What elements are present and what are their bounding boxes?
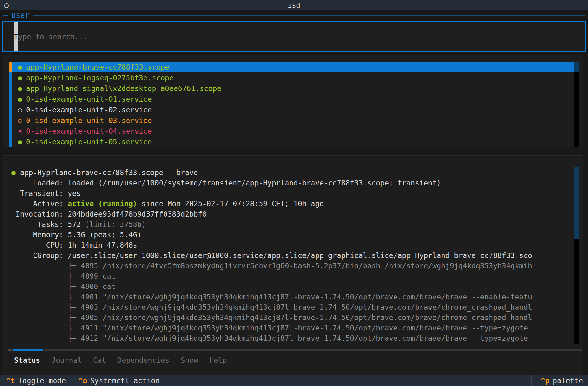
status-field-label: CPU:	[11, 240, 63, 250]
unit-name: 0-isd-example-unit-03.service	[26, 116, 152, 125]
unit-list-scrollbar-thumb[interactable]	[574, 62, 579, 72]
panel-mode-label: user	[8, 11, 33, 20]
status-field-value: 5.3G (peak: 5.4G)	[68, 231, 141, 239]
status-field-line: Transient:yes	[11, 188, 574, 199]
status-field-line: Active:active (running) since Mon 2025-0…	[11, 199, 574, 209]
status-field-label: Active:	[11, 199, 63, 209]
unit-list: ● app-Hyprland-brave-cc788f33.scope ● ap…	[9, 62, 579, 147]
unit-state-icon: ×	[17, 127, 23, 135]
cgroup-process-line: ├─ 4912 "/nix/store/wghj9jq4kdq353yh34qk…	[11, 333, 574, 344]
unit-row-marker-bar	[9, 137, 12, 147]
unit-row-marker-bar	[9, 62, 12, 72]
status-field-value-part: 1h 14min 47.848s	[68, 241, 137, 249]
cgroup-process-line: ├─ 4900 cat	[11, 281, 574, 292]
unit-list-item[interactable]: ● app-Hyprland-brave-cc788f33.scope	[9, 62, 574, 72]
status-field-value-part: 204bddee95df478b9d37ff0383d2bbf0	[68, 210, 207, 218]
footer-keybind[interactable]: ^p palette	[541, 375, 583, 386]
unit-row-body: ● 0-isd-example-unit-01.service	[12, 94, 574, 105]
tab-show[interactable]: Show	[181, 355, 198, 366]
search-input[interactable]: Type to search...	[2, 21, 586, 52]
unit-state-icon: ○	[17, 106, 23, 114]
unit-name: app-Hyprland-signal\x2ddesktop-a0ee6761.…	[26, 84, 221, 93]
unit-state-icon: ●	[17, 74, 23, 82]
cgroup-process-line: ├─ 4901 "/nix/store/wghj9jq4kdq353yh34qk…	[11, 292, 574, 302]
tab-help[interactable]: Help	[209, 355, 227, 366]
unit-row-marker-bar	[9, 126, 12, 137]
title-bar: ○ isd	[0, 0, 588, 10]
status-field-line: CPU:1h 14min 47.848s	[11, 240, 574, 250]
status-field-value-part: /user.slice/user-1000.slice/user@1000.se…	[68, 251, 532, 260]
status-scrollbar-thumb[interactable]	[574, 167, 579, 239]
status-field-value-part: loaded (/run/user/1000/systemd/transient…	[68, 179, 441, 187]
status-field-value-part: 572	[68, 220, 85, 228]
status-field-value-part: yes	[68, 189, 81, 197]
unit-row-body: ● app-Hyprland-signal\x2ddesktop-a0ee676…	[12, 83, 574, 94]
unit-panel-header: user	[0, 10, 588, 20]
unit-state-icon: ●	[17, 63, 23, 71]
unit-list-item[interactable]: × 0-isd-example-unit-04.service	[9, 126, 574, 137]
unit-row-body: × 0-isd-example-unit-04.service	[12, 126, 574, 137]
status-output: ● app-Hyprland-brave-cc788f33.scope — br…	[11, 168, 574, 344]
unit-row-marker-bar	[9, 115, 12, 126]
status-field-value: 204bddee95df478b9d37ff0383d2bbf0	[68, 210, 207, 218]
tab-dependencies[interactable]: Dependencies	[118, 355, 170, 366]
unit-list-item[interactable]: ○ 0-isd-example-unit-02.service	[9, 105, 574, 115]
unit-row-body: ○ 0-isd-example-unit-03.service	[12, 115, 574, 126]
status-field-value-part: 5.3G (peak: 5.4G)	[68, 231, 141, 239]
keybind-key: ^o	[78, 375, 87, 386]
status-unit-title-line: ● app-Hyprland-brave-cc788f33.scope — br…	[11, 168, 574, 178]
panel-border-rule	[33, 15, 585, 16]
status-field-value-part: active (running)	[68, 200, 137, 208]
tab-cat[interactable]: Cat	[93, 355, 106, 366]
search-placeholder-text: ype to search...	[18, 33, 88, 41]
footer-keybind[interactable]: ^o Systemctl action	[78, 375, 160, 386]
status-field-value: /user.slice/user-1000.slice/user@1000.se…	[68, 251, 532, 260]
isd-app: { "window": { "title": "isd", "icon": "○…	[0, 0, 588, 386]
status-field-line: CGroup:/user.slice/user-1000.slice/user@…	[11, 250, 574, 261]
unit-list-item[interactable]: ● app-Hyprland-signal\x2ddesktop-a0ee676…	[9, 83, 574, 94]
unit-row-marker-bar	[9, 94, 12, 105]
unit-list-scrollbar[interactable]	[574, 62, 579, 147]
status-field-value: loaded (/run/user/1000/systemd/transient…	[68, 179, 441, 187]
unit-state-icon: ●	[17, 138, 23, 146]
footer-keybind[interactable]: ^t Toggle mode	[6, 375, 66, 386]
unit-list-item[interactable]: ● 0-isd-example-unit-05.service	[9, 137, 574, 147]
unit-list-item[interactable]: ○ 0-isd-example-unit-03.service	[9, 115, 574, 126]
tab-journal[interactable]: Journal	[51, 355, 82, 366]
status-field-label: CGroup:	[11, 250, 63, 261]
keybind-key: ^t	[6, 375, 15, 386]
status-field-label: Tasks:	[11, 219, 63, 230]
unit-row-marker-bar	[9, 105, 12, 115]
cgroup-process-line: ├─ 4911 "/nix/store/wghj9jq4kdq353yh34qk…	[11, 323, 574, 333]
status-field-label: Transient:	[11, 188, 63, 199]
unit-row-marker-bar	[9, 83, 12, 94]
unit-name: 0-isd-example-unit-02.service	[26, 106, 152, 114]
cgroup-process-line: ├─ 4905 /nix/store/wghj9jq4kdq353yh34qkm…	[11, 313, 574, 323]
status-field-value-part: (limit: 37586)	[85, 220, 146, 228]
status-field-label: Loaded:	[11, 178, 63, 188]
unit-row-marker-bar	[9, 72, 12, 83]
unit-name: 0-isd-example-unit-05.service	[26, 138, 152, 146]
cgroup-tree: ├─ 4895 /nix/store/4fvc5fm8bszmkydng1ivr…	[11, 261, 574, 344]
status-field-value-part: since Mon 2025-02-17 07:28:59 CET; 10h a…	[137, 200, 324, 208]
status-scrollbar[interactable]	[574, 167, 579, 344]
status-field-value: 1h 14min 47.848s	[68, 241, 137, 249]
status-field-value: active (running) since Mon 2025-02-17 07…	[68, 200, 324, 208]
footer-bar: ^t Toggle mode ^o Systemctl action ^p pa…	[0, 375, 588, 386]
keybind-label: palette	[553, 375, 583, 386]
unit-row-body: ● app-Hyprland-brave-cc788f33.scope	[12, 62, 574, 72]
status-field-line: Invocation:204bddee95df478b9d37ff0383d2b…	[11, 209, 574, 219]
keybind-key: ^p	[541, 375, 549, 386]
unit-state-icon: ●	[17, 85, 23, 92]
unit-list-item[interactable]: ● app-Hyprland-logseq-0275bf3e.scope	[9, 72, 574, 83]
panel-border-dash	[3, 15, 8, 16]
tab-status[interactable]: Status	[14, 355, 40, 366]
text-cursor: T	[14, 22, 18, 51]
cgroup-process-line: ├─ 4895 /nix/store/4fvc5fm8bszmkydng1ivr…	[11, 261, 574, 271]
unit-list-item[interactable]: ● 0-isd-example-unit-01.service	[9, 94, 574, 105]
unit-name: 0-isd-example-unit-04.service	[26, 127, 152, 135]
footer-separator	[531, 375, 532, 386]
tab-bar: StatusJournalCatDependenciesShowHelp	[14, 355, 227, 366]
unit-row-body: ● 0-isd-example-unit-05.service	[12, 137, 574, 147]
unit-name: app-Hyprland-logseq-0275bf3e.scope	[26, 74, 174, 82]
